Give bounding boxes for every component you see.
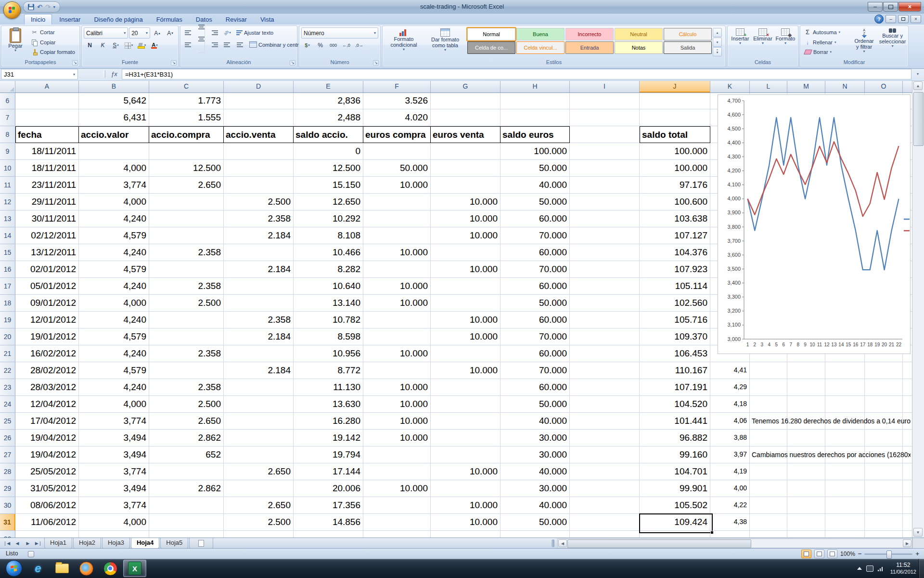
embedded-chart[interactable]: 3,0003,1003,2003,3003,4003,5003,6003,700… — [718, 94, 911, 354]
cell-B6[interactable]: 5,642 — [79, 92, 149, 109]
cell-G27[interactable] — [431, 447, 500, 463]
cell-C19[interactable] — [149, 312, 224, 328]
cell-D11[interactable] — [224, 177, 294, 194]
workbook-restore-button[interactable] — [898, 15, 909, 23]
cell-A30[interactable]: 08/06/2012 — [15, 497, 79, 514]
cell-J9[interactable]: 100.000 — [640, 143, 710, 160]
workbook-minimize-button[interactable]: – — [886, 15, 896, 23]
cell-F14[interactable] — [363, 227, 431, 244]
cell-J12[interactable]: 100.600 — [640, 194, 710, 210]
cell-I26[interactable] — [570, 430, 640, 447]
cell-A28[interactable]: 25/05/2012 — [15, 463, 79, 480]
cell-E18[interactable]: 13.140 — [294, 295, 363, 312]
cell-I9[interactable] — [570, 143, 640, 160]
column-header-B[interactable]: B — [79, 80, 149, 92]
cell-C30[interactable] — [149, 497, 224, 514]
ribbon-tab-datos[interactable]: Datos — [190, 14, 218, 25]
insert-function-button[interactable]: ƒx — [107, 69, 121, 79]
cell-B30[interactable]: 3,774 — [79, 497, 149, 514]
grow-font-button[interactable]: A▴ — [151, 28, 163, 38]
cell-style-salida[interactable]: Salida — [664, 41, 712, 54]
cell-E15[interactable]: 10.466 — [294, 244, 363, 261]
horizontal-scroll-thumb[interactable] — [567, 539, 751, 548]
number-format-combo[interactable]: Número▾ — [301, 27, 378, 39]
row-header-13[interactable]: 13 — [0, 210, 15, 227]
borders-button[interactable]: ▾ — [123, 40, 135, 50]
cell-A10[interactable]: 18/11/2011 — [15, 160, 79, 177]
cell-I8[interactable] — [570, 126, 640, 143]
cell-N31[interactable] — [825, 514, 865, 531]
horizontal-scrollbar[interactable]: ◀ ▶ — [557, 539, 912, 548]
cell-I10[interactable] — [570, 160, 640, 177]
cell-J11[interactable]: 97.176 — [640, 177, 710, 194]
align-top-button[interactable] — [182, 28, 194, 38]
cell-H15[interactable]: 60.000 — [500, 244, 570, 261]
cell-G7[interactable] — [431, 109, 500, 126]
align-right-button[interactable] — [208, 40, 220, 50]
cell-I27[interactable] — [570, 447, 640, 463]
copy-button[interactable]: Copiar — [29, 38, 77, 47]
cell-D17[interactable] — [224, 278, 294, 295]
cell-I29[interactable] — [570, 480, 640, 497]
help-button[interactable]: ? — [874, 14, 884, 24]
align-center-button[interactable] — [195, 40, 207, 50]
cell-I16[interactable] — [570, 261, 640, 278]
cell-A26[interactable]: 19/04/2012 — [15, 430, 79, 447]
cell-H7[interactable] — [500, 109, 570, 126]
column-header-K[interactable]: K — [710, 80, 750, 92]
orientation-button[interactable]: ab▾ — [221, 28, 233, 38]
first-sheet-button[interactable]: ❘◀ — [2, 539, 12, 548]
cell-D6[interactable] — [224, 92, 294, 109]
show-desktop-button[interactable] — [919, 559, 924, 578]
cell-E32[interactable] — [294, 531, 363, 538]
font-color-button[interactable]: A▾ — [149, 40, 161, 50]
cell-J22[interactable]: 110.167 — [640, 362, 710, 379]
cell-style-buena[interactable]: Buena — [516, 28, 565, 40]
expand-formula-bar-button[interactable]: ▾ — [912, 69, 923, 79]
cell-E9[interactable]: 0 — [294, 143, 363, 160]
cell-style-neutral[interactable]: Neutral — [615, 28, 663, 40]
cell-C27[interactable]: 652 — [149, 447, 224, 463]
cell-B24[interactable]: 4,000 — [79, 396, 149, 413]
cell-C22[interactable] — [149, 362, 224, 379]
cell-J29[interactable]: 99.901 — [640, 480, 710, 497]
cell-I32[interactable] — [570, 531, 640, 538]
cell-A31[interactable]: 11/06/2012 — [15, 514, 79, 531]
cell-G30[interactable]: 10.000 — [431, 497, 500, 514]
cell-J18[interactable]: 102.560 — [640, 295, 710, 312]
font-dialog-launcher[interactable]: ↘ — [171, 60, 177, 66]
cell-F28[interactable] — [363, 463, 431, 480]
cell-B32[interactable] — [79, 531, 149, 538]
cell-I14[interactable] — [570, 227, 640, 244]
cell-B14[interactable]: 4,579 — [79, 227, 149, 244]
cell-D22[interactable]: 2.184 — [224, 362, 294, 379]
cell-G22[interactable]: 10.000 — [431, 362, 500, 379]
cell-F19[interactable] — [363, 312, 431, 328]
cell-A27[interactable]: 19/04/2012 — [15, 447, 79, 463]
cell-A17[interactable]: 05/01/2012 — [15, 278, 79, 295]
cell-F30[interactable] — [363, 497, 431, 514]
column-header-I[interactable]: I — [570, 80, 640, 92]
column-header-F[interactable]: F — [363, 80, 431, 92]
cell-A21[interactable]: 16/02/2012 — [15, 345, 79, 362]
cell-A6[interactable] — [15, 92, 79, 109]
cell-F24[interactable]: 10.000 — [363, 396, 431, 413]
row-header-32[interactable]: 32 — [0, 531, 15, 538]
cell-K23[interactable]: 4,29 — [710, 379, 750, 396]
cell-A32[interactable] — [15, 531, 79, 538]
cell-H8[interactable]: saldo euros — [500, 126, 570, 143]
ribbon-tab-inicio[interactable]: Inicio — [24, 14, 52, 25]
cell-style-cálculo[interactable]: Cálculo — [664, 28, 712, 40]
cell-E11[interactable]: 15.150 — [294, 177, 363, 194]
cell-D13[interactable]: 2.358 — [224, 210, 294, 227]
cell-J26[interactable]: 96.882 — [640, 430, 710, 447]
cell-D18[interactable] — [224, 295, 294, 312]
cell-F10[interactable]: 50.000 — [363, 160, 431, 177]
row-header-28[interactable]: 28 — [0, 463, 15, 480]
cell-H23[interactable]: 60.000 — [500, 379, 570, 396]
cell-N30[interactable] — [825, 497, 865, 514]
network-icon[interactable] — [878, 566, 884, 571]
paste-button[interactable]: Pegar ▾ — [3, 27, 27, 57]
start-button[interactable] — [3, 560, 25, 577]
ribbon-tab-insertar[interactable]: Insertar — [53, 14, 87, 25]
